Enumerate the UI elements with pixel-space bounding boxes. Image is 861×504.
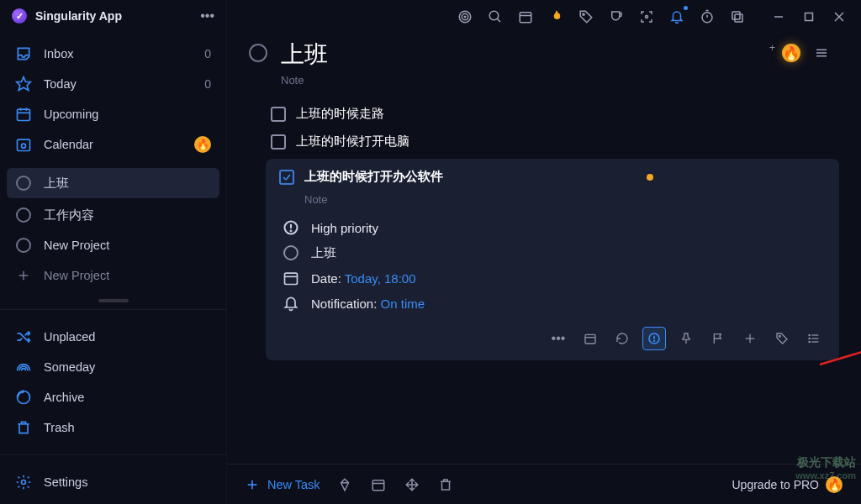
sidebar-item-someday[interactable]: Someday xyxy=(0,352,226,382)
tag-toolbar-icon[interactable] xyxy=(577,8,595,26)
tag-tool-icon[interactable] xyxy=(770,327,794,350)
circle-icon xyxy=(283,244,299,261)
task-row[interactable]: 上班的时候打开电脑 xyxy=(266,128,844,155)
window-minimize-button[interactable] xyxy=(774,12,784,22)
svg-point-10 xyxy=(22,480,26,485)
task-text[interactable]: 上班的时候打开办公软件 xyxy=(304,169,443,185)
sidebar-item-unplaced[interactable]: Unplaced xyxy=(0,322,226,352)
date-value[interactable]: Today, 18:00 xyxy=(345,271,416,286)
move-icon[interactable] xyxy=(403,475,421,494)
svg-rect-23 xyxy=(735,14,742,22)
checkbox-icon[interactable] xyxy=(271,107,286,122)
menu-lines-icon[interactable] xyxy=(812,44,831,62)
sidebar-project-item[interactable]: 工作内容 xyxy=(0,200,226,230)
task-list: 上班的时候走路 上班的时候打开电脑 上班的时候打开办公软件 Note xyxy=(227,95,861,360)
add-fire-icon[interactable]: + xyxy=(769,42,775,54)
calendar-toolbar-icon[interactable] xyxy=(516,8,535,26)
svg-point-14 xyxy=(489,11,499,20)
repeat-icon[interactable] xyxy=(610,327,634,350)
window-close-button[interactable] xyxy=(834,12,844,22)
more-icon[interactable]: ••• xyxy=(547,327,570,350)
sidebar-project-item[interactable]: 上班 xyxy=(7,168,219,198)
window-maximize-button[interactable] xyxy=(804,12,814,22)
fire-icon[interactable]: 🔥 xyxy=(782,44,800,62)
sidebar-more-icon[interactable]: ••• xyxy=(200,8,214,24)
sidebar-item-calendar[interactable]: Calendar 🔥 xyxy=(0,129,226,160)
prop-label: Notification: On time xyxy=(311,297,425,311)
sidebar-item-upcoming[interactable]: Upcoming xyxy=(0,99,226,129)
copy-icon[interactable] xyxy=(728,8,747,26)
sidebar: ✓ Singularity App ••• Inbox 0 Today 0 xyxy=(0,0,227,504)
date-icon xyxy=(283,270,299,286)
task-prop-project[interactable]: 上班 xyxy=(283,244,826,261)
bell-icon[interactable] xyxy=(668,8,686,26)
cup-icon[interactable] xyxy=(607,8,626,26)
sidebar-item-label: Today xyxy=(44,77,193,91)
fire-toolbar-icon[interactable] xyxy=(547,8,565,26)
pin-icon[interactable] xyxy=(674,327,698,350)
page-title: 上班 xyxy=(281,39,328,71)
star-icon xyxy=(15,76,32,92)
new-task-label: New Task xyxy=(267,478,320,491)
stopwatch-icon[interactable] xyxy=(698,8,716,26)
shuffle-icon xyxy=(15,328,32,345)
prop-value: High priority xyxy=(311,221,378,235)
new-task-button[interactable]: New Task xyxy=(246,478,320,491)
priority-icon xyxy=(283,219,299,236)
flag-icon[interactable] xyxy=(706,327,730,350)
schedule-icon[interactable] xyxy=(369,475,388,494)
circle-icon xyxy=(15,175,32,192)
list-tool-icon[interactable] xyxy=(802,327,826,350)
sidebar-project-item[interactable]: New Project xyxy=(0,230,226,260)
project-status-circle-icon[interactable] xyxy=(249,44,267,62)
svg-line-15 xyxy=(497,18,500,22)
task-text: 上班的时候走路 xyxy=(296,106,384,122)
priority-tool-icon[interactable] xyxy=(642,327,666,350)
task-prop-priority[interactable]: High priority xyxy=(283,219,826,236)
svg-rect-26 xyxy=(806,13,813,21)
sidebar-item-label: Someday xyxy=(44,360,211,374)
sidebar-item-inbox[interactable]: Inbox 0 xyxy=(0,39,226,69)
fire-badge-icon: 🔥 xyxy=(194,136,211,153)
sidebar-item-settings[interactable]: Settings xyxy=(0,467,226,497)
task-row[interactable]: 上班的时候走路 xyxy=(266,100,844,128)
sidebar-item-label: New Project xyxy=(44,239,211,252)
sidebar-item-trash[interactable]: Trash xyxy=(0,412,226,443)
checkbox-icon[interactable] xyxy=(271,134,286,150)
main-header: 上班 Note + 🔥 xyxy=(227,34,861,95)
svg-point-45 xyxy=(779,335,780,337)
svg-rect-24 xyxy=(732,12,740,19)
sidebar-item-label: Settings xyxy=(44,475,211,489)
upgrade-button[interactable]: Upgrade to PRO 🔥 xyxy=(732,476,843,493)
trash-icon xyxy=(15,419,32,436)
svg-marker-0 xyxy=(17,77,31,91)
bottom-toolbar: New Task Upgrade to PRO 🔥 xyxy=(227,464,861,504)
sidebar-item-today[interactable]: Today 0 xyxy=(0,69,226,99)
sidebar-item-label: Inbox xyxy=(44,47,193,60)
search-icon[interactable] xyxy=(486,8,504,26)
svg-rect-35 xyxy=(285,273,298,284)
sidebar-item-label: Calendar xyxy=(44,138,182,151)
page-note-label[interactable]: Note xyxy=(281,74,328,87)
date-tool-icon[interactable] xyxy=(578,327,602,350)
svg-point-13 xyxy=(464,16,466,18)
sidebar-new-project[interactable]: New Project xyxy=(0,260,226,291)
trash-tool-icon[interactable] xyxy=(436,475,455,494)
plus-tool-icon[interactable] xyxy=(738,327,762,350)
fire-icon: 🔥 xyxy=(826,476,843,493)
circle-icon xyxy=(15,237,32,254)
focus-icon[interactable] xyxy=(637,8,656,26)
inbox-icon xyxy=(15,45,32,62)
diamond-icon[interactable] xyxy=(335,475,354,494)
task-prop-date[interactable]: Date: Today, 18:00 xyxy=(283,270,826,286)
checkbox-checked-icon[interactable] xyxy=(279,170,294,185)
sidebar-resize-handle[interactable] xyxy=(0,297,226,304)
app-logo-icon: ✓ xyxy=(12,8,27,24)
task-text: 上班的时候打开电脑 xyxy=(296,134,409,150)
task-note-placeholder[interactable]: Note xyxy=(304,193,826,206)
task-prop-notification[interactable]: Notification: On time xyxy=(283,295,826,312)
sidebar-item-label: Trash xyxy=(44,421,211,434)
sidebar-item-archive[interactable]: Archive xyxy=(0,382,226,412)
notif-value[interactable]: On time xyxy=(381,297,425,311)
target-icon[interactable] xyxy=(456,8,474,26)
